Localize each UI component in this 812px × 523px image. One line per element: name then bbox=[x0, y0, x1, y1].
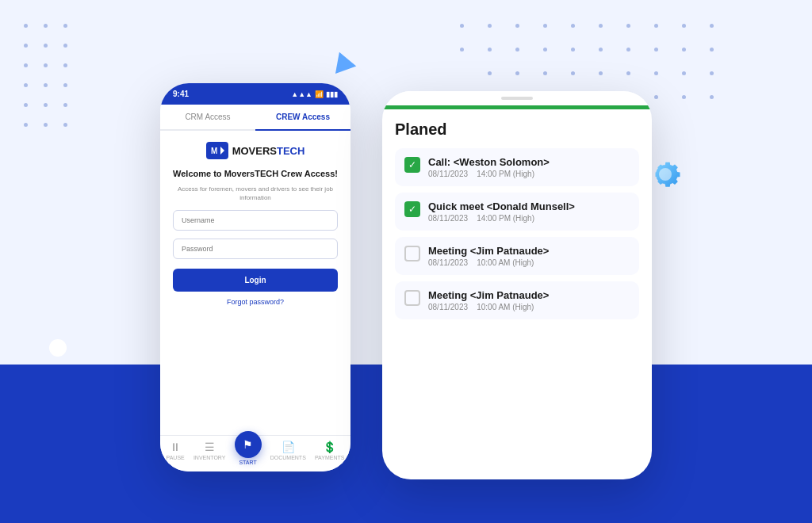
pause-icon: ⏸ bbox=[170, 441, 181, 453]
main-content: 9:41 ▲▲▲ 📶 ▮▮▮ CRM Access CREW Access bbox=[0, 0, 812, 523]
battery-icon: ▮▮▮ bbox=[326, 90, 338, 98]
task-info-1: Call: <Weston Solomon> 08/11/2023 14:00 … bbox=[428, 156, 550, 178]
phone-handle bbox=[501, 97, 533, 100]
task-meta-2: 08/11/2023 14:00 PM (High) bbox=[428, 214, 575, 223]
start-center-button[interactable]: ⚑ bbox=[235, 431, 262, 458]
checkbox-checked-2[interactable]: ✓ bbox=[404, 201, 420, 217]
svg-point-0 bbox=[659, 168, 672, 181]
tab-crew[interactable]: CREW Access bbox=[255, 105, 350, 129]
phone-login: 9:41 ▲▲▲ 📶 ▮▮▮ CRM Access CREW Access bbox=[160, 83, 350, 471]
status-bar-left: 9:41 ▲▲▲ 📶 ▮▮▮ bbox=[160, 83, 350, 105]
signal-icon: ▲▲▲ bbox=[291, 90, 312, 98]
logo-text: MOVERSTECH bbox=[232, 145, 305, 157]
wifi-icon: 📶 bbox=[315, 90, 324, 98]
task-meta-3: 08/11/2023 10:00 AM (High) bbox=[428, 258, 549, 267]
nav-pause[interactable]: ⏸ PAUSE bbox=[167, 441, 185, 465]
bottom-nav: ⏸ PAUSE ☰ INVENTORY ⚑ START 📄 DOCUMENTS … bbox=[160, 435, 350, 471]
payments-icon: 💲 bbox=[323, 441, 336, 453]
task-title-3: Meeting <Jim Patnaude> bbox=[428, 245, 549, 257]
nav-start-label: START bbox=[239, 460, 256, 465]
phone-planned: Planed ✓ Call: <Weston Solomon> 08/11/20… bbox=[382, 91, 652, 479]
tab-crm[interactable]: CRM Access bbox=[160, 105, 255, 129]
nav-documents-label: DOCUMENTS bbox=[270, 455, 306, 460]
documents-icon: 📄 bbox=[282, 441, 295, 453]
task-title-4: Meeting <Jim Patnaude> bbox=[428, 289, 549, 301]
tab-bar: CRM Access CREW Access bbox=[160, 105, 350, 131]
task-info-4: Meeting <Jim Patnaude> 08/11/2023 10:00 … bbox=[428, 289, 549, 311]
login-button[interactable]: Login bbox=[173, 269, 338, 292]
start-icon: ⚑ bbox=[243, 438, 253, 451]
task-card-1[interactable]: ✓ Call: <Weston Solomon> 08/11/2023 14:0… bbox=[395, 148, 639, 186]
welcome-sub: Access for foremen, movers and drivers t… bbox=[173, 185, 338, 202]
nav-payments[interactable]: 💲 PAYMENTS bbox=[315, 441, 344, 465]
svg-text:M: M bbox=[211, 147, 217, 155]
nav-inventory-label: INVENTORY bbox=[193, 455, 226, 460]
nav-pause-label: PAUSE bbox=[167, 455, 185, 460]
inventory-icon: ☰ bbox=[205, 441, 215, 453]
task-title-2: Quick meet <Donald Munsell> bbox=[428, 200, 575, 212]
gear-decoration bbox=[642, 151, 689, 198]
logo-area: M MOVERSTECH bbox=[206, 142, 305, 159]
task-card-4[interactable]: Meeting <Jim Patnaude> 08/11/2023 10:00 … bbox=[395, 281, 639, 319]
nav-start[interactable]: ⚑ START bbox=[235, 441, 262, 465]
task-card-3[interactable]: Meeting <Jim Patnaude> 08/11/2023 10:00 … bbox=[395, 237, 639, 275]
status-time: 9:41 bbox=[173, 90, 189, 98]
status-icons: ▲▲▲ 📶 ▮▮▮ bbox=[291, 90, 338, 98]
nav-documents[interactable]: 📄 DOCUMENTS bbox=[270, 441, 306, 465]
nav-inventory[interactable]: ☰ INVENTORY bbox=[193, 441, 226, 465]
circle-decoration bbox=[49, 339, 67, 357]
welcome-title: Welcome to MoversTECH Crew Access! bbox=[173, 169, 338, 178]
checkbox-unchecked-3[interactable] bbox=[404, 246, 420, 262]
password-input[interactable] bbox=[173, 239, 338, 259]
task-info-3: Meeting <Jim Patnaude> 08/11/2023 10:00 … bbox=[428, 245, 549, 267]
planned-title: Planed bbox=[395, 120, 639, 139]
nav-payments-label: PAYMENTS bbox=[315, 455, 344, 460]
task-meta-1: 08/11/2023 14:00 PM (High) bbox=[428, 170, 550, 178]
task-info-2: Quick meet <Donald Munsell> 08/11/2023 1… bbox=[428, 200, 575, 223]
username-input[interactable] bbox=[173, 210, 338, 231]
login-form: M MOVERSTECH Welcome to MoversTECH Crew … bbox=[160, 131, 350, 317]
task-meta-4: 08/11/2023 10:00 AM (High) bbox=[428, 303, 549, 311]
task-card-2[interactable]: ✓ Quick meet <Donald Munsell> 08/11/2023… bbox=[395, 193, 639, 231]
checkbox-unchecked-4[interactable] bbox=[404, 290, 420, 306]
forgot-password-link[interactable]: Forgot password? bbox=[227, 298, 284, 306]
planned-content: Planed ✓ Call: <Weston Solomon> 08/11/20… bbox=[382, 109, 652, 337]
checkbox-checked-1[interactable]: ✓ bbox=[404, 157, 420, 173]
task-title-1: Call: <Weston Solomon> bbox=[428, 156, 550, 168]
logo-icon: M bbox=[206, 142, 228, 159]
